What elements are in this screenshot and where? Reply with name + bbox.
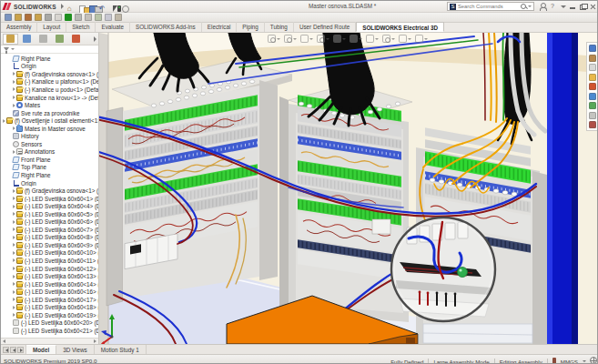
chevron-down-icon[interactable] xyxy=(408,38,411,40)
chevron-down-icon[interactable] xyxy=(342,38,346,40)
panel-tab[interactable] xyxy=(3,34,18,45)
chevron-down-icon[interactable] xyxy=(293,38,297,40)
tree-item[interactable]: (-) LED Svetiljka 60x60<12> (D xyxy=(1,265,98,273)
panel-tab[interactable] xyxy=(19,34,35,45)
chevron-down-icon[interactable] xyxy=(277,38,280,40)
chevron-down-icon[interactable] xyxy=(309,38,313,40)
tree-item[interactable]: (-) LED Svetiljka 60x60<19> (D xyxy=(1,311,98,319)
prev-tab-icon[interactable] xyxy=(10,347,16,353)
window-button[interactable] xyxy=(558,2,567,11)
expand-arrow-icon[interactable] xyxy=(13,228,15,231)
tree-item[interactable]: Sensors xyxy=(1,140,98,148)
tree-item[interactable]: (-) LED Svetiljka 60x60<11> (D xyxy=(1,257,98,265)
chevron-down-icon[interactable] xyxy=(326,38,329,40)
tree-item[interactable]: Right Plane xyxy=(1,171,98,179)
window-button[interactable] xyxy=(538,2,547,11)
status-units[interactable]: MMGS xyxy=(561,359,578,364)
toolbar-icon[interactable] xyxy=(25,14,32,21)
headsup-icon[interactable] xyxy=(284,35,292,43)
first-tab-icon[interactable] xyxy=(3,347,9,353)
toolbar-icon[interactable] xyxy=(85,14,92,21)
tree-item[interactable]: Right Plane xyxy=(1,55,98,63)
quick-access-icon[interactable] xyxy=(99,5,106,13)
quick-access-icon[interactable] xyxy=(67,5,72,13)
headsup-icon[interactable] xyxy=(366,35,374,43)
tree-horizontal-scrollbar[interactable] xyxy=(1,338,98,344)
toolbar-icon[interactable] xyxy=(35,14,42,21)
child-window-control[interactable] xyxy=(570,24,577,31)
search-icon[interactable] xyxy=(521,4,527,10)
tree-item[interactable]: (-) LED Svetiljka 60x60<1> (Def xyxy=(1,195,98,203)
ribbon-tab[interactable]: Tubing xyxy=(265,22,294,32)
expand-arrow-icon[interactable] xyxy=(13,80,15,84)
search-commands-box[interactable]: S xyxy=(447,2,534,11)
expand-arrow-icon[interactable] xyxy=(13,87,15,91)
filter-caret-icon[interactable] xyxy=(11,48,15,50)
viewport-3d-scene[interactable] xyxy=(99,33,598,344)
toolbar-icon[interactable] xyxy=(75,14,82,21)
window-button[interactable] xyxy=(568,2,577,11)
search-input[interactable] xyxy=(458,4,519,9)
expand-arrow-icon[interactable] xyxy=(13,197,15,200)
toolbar-icon[interactable] xyxy=(45,14,52,21)
tree-item[interactable]: Origin xyxy=(1,63,98,71)
expand-arrow-icon[interactable] xyxy=(13,267,15,270)
expand-arrow-icon[interactable] xyxy=(13,251,15,255)
document-tab[interactable]: Model xyxy=(26,345,56,354)
toolbar-icon[interactable] xyxy=(15,14,22,21)
tree-item[interactable]: (-) LED Svetiljka 60x60<7> (Def xyxy=(1,226,98,234)
task-pane-icon[interactable] xyxy=(589,121,596,128)
expand-arrow-icon[interactable] xyxy=(13,220,15,224)
task-pane-icon[interactable] xyxy=(589,64,596,71)
document-tab[interactable]: 3D Views xyxy=(56,345,94,354)
panel-tab[interactable] xyxy=(68,34,84,45)
tree-item[interactable]: (-) Kanalice u podu<1> (Defau xyxy=(1,86,98,94)
ribbon-tab[interactable]: Piping xyxy=(237,22,265,32)
chevron-down-icon[interactable] xyxy=(359,38,362,40)
expand-arrow-icon[interactable] xyxy=(13,298,15,301)
child-window-control[interactable] xyxy=(580,24,587,31)
ribbon-tab[interactable]: Layout xyxy=(37,22,66,32)
expand-arrow-icon[interactable] xyxy=(13,236,15,239)
headsup-icon[interactable] xyxy=(415,35,423,43)
expand-arrow-icon[interactable] xyxy=(13,275,15,278)
expand-arrow-icon[interactable] xyxy=(13,72,15,76)
task-pane-icon[interactable] xyxy=(589,45,596,52)
panel-tab[interactable] xyxy=(52,34,67,45)
headsup-icon[interactable] xyxy=(350,35,358,43)
headsup-icon[interactable] xyxy=(300,35,309,43)
tree-item[interactable]: (-) LED Svetiljka 60x60<10> (D xyxy=(1,249,98,258)
tree-item[interactable]: (f) Gradjevinska osnova<1> (D xyxy=(1,187,98,195)
tree-item[interactable]: (-) Kanalice u plafonu<1> (Def xyxy=(1,78,98,86)
tree-item[interactable]: Mates in Master osnove xyxy=(1,125,98,133)
tree-item[interactable]: Sve rute za provodnike xyxy=(1,109,98,117)
headsup-icon[interactable] xyxy=(333,35,341,43)
tree-item[interactable]: (-) LED Svetiljka 60x60<14> (D xyxy=(1,280,98,288)
ribbon-tab[interactable]: Electrical xyxy=(202,22,238,32)
toolbar-icon[interactable] xyxy=(5,14,12,21)
tree-item[interactable]: (-) LED Svetiljka 60x60<4> (Def xyxy=(1,202,98,210)
tree-item[interactable]: (-) LED Svetiljka 60x60<5> (Def xyxy=(1,210,98,218)
tree-item[interactable]: (-) LED Svetiljka 60x60<20> (D xyxy=(1,319,98,328)
ribbon-tab[interactable]: User Defined Route xyxy=(294,22,356,32)
child-window-control[interactable] xyxy=(560,24,567,31)
headsup-icon[interactable] xyxy=(317,35,325,43)
tree-item[interactable]: Mates xyxy=(1,101,98,109)
expand-arrow-icon[interactable] xyxy=(13,104,15,107)
tree-item[interactable]: (-) LED Svetiljka 60x60<8> (Def xyxy=(1,234,98,242)
expand-arrow-icon[interactable] xyxy=(3,119,5,123)
ribbon-tab[interactable]: Sketch xyxy=(66,22,96,32)
chevron-down-icon[interactable] xyxy=(375,38,379,40)
window-button[interactable] xyxy=(578,2,587,11)
tree-item[interactable]: (f) Osvetljenje i ostali elementi<1> xyxy=(1,116,98,125)
child-window-control[interactable] xyxy=(550,24,557,31)
panel-tabs-overflow-icon[interactable] xyxy=(94,36,96,42)
tree-item[interactable]: Annotations xyxy=(1,148,98,157)
tree-item[interactable]: (-) LED Svetiljka 60x60<16> (D xyxy=(1,288,98,296)
child-window-control[interactable] xyxy=(590,24,597,31)
menu-flyout-icon[interactable] xyxy=(61,4,64,9)
tree-item[interactable]: (-) LED Svetiljka 60x60<6> (Def xyxy=(1,217,98,226)
toolbar-icon[interactable] xyxy=(105,14,112,21)
tree-item[interactable]: Top Plane xyxy=(1,164,98,172)
toolbar-icon[interactable] xyxy=(95,14,102,21)
